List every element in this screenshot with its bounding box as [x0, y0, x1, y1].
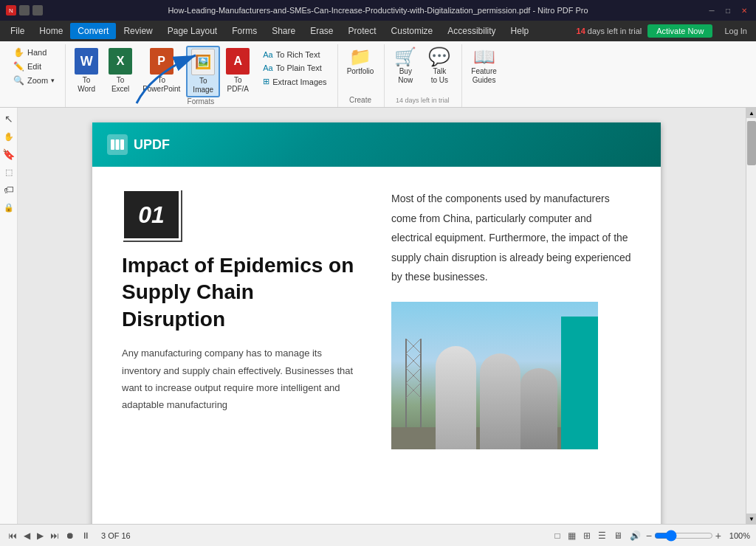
right-column-text: Most of the components used by manufactu…: [391, 189, 631, 287]
talk-to-us-button[interactable]: 💬 Talkto Us: [423, 46, 456, 87]
trial-group-label: 14 days left in trial: [396, 97, 450, 106]
left-toolbar: ↖ ✋ 🔖 ⬚ 🏷 🔒: [0, 108, 18, 546]
continuous-scroll-button[interactable]: ☰: [596, 530, 608, 542]
document-viewer[interactable]: UPDF 01 Impact of Epidemics on Supply Ch…: [18, 108, 735, 524]
portfolio-label: Portfolio: [347, 67, 374, 76]
to-image-label: ToImage: [193, 77, 213, 94]
menu-file[interactable]: File: [3, 23, 32, 39]
create-label: Create: [349, 96, 371, 106]
updf-logo-icon: [107, 134, 128, 155]
to-powerpoint-button[interactable]: P ToPowerPoint: [138, 46, 185, 96]
extract-icon: ⊞: [263, 77, 269, 86]
chat-icon: 💬: [428, 48, 450, 66]
two-page-button[interactable]: ⊞: [581, 530, 593, 542]
cart-icon: 🛒: [394, 48, 416, 66]
hand-icon: ✋: [13, 47, 24, 58]
main-content-area: UPDF 01 Impact of Epidemics on Supply Ch…: [18, 108, 746, 524]
powerpoint-icon: P: [150, 48, 173, 75]
menu-erase[interactable]: Erase: [303, 23, 340, 39]
document-header: UPDF: [92, 122, 661, 167]
svg-rect-3: [120, 139, 124, 150]
ribbon-purchase-group: 🛒 BuyNow 💬 Talkto Us 14 days left in tri…: [386, 44, 462, 107]
to-word-button[interactable]: W ToWord: [70, 46, 103, 96]
pause-button[interactable]: ⏸: [79, 530, 92, 542]
hand-tool-button[interactable]: ✋ Hand: [9, 46, 51, 59]
search-panel-button[interactable]: ⬚: [1, 164, 17, 180]
to-rich-text-label: To Rich Text: [276, 50, 320, 59]
svg-rect-2: [116, 139, 120, 150]
to-rich-text-button[interactable]: Aa To Rich Text: [258, 49, 331, 61]
scroll-thumb[interactable]: [747, 121, 756, 165]
trial-days: 14: [577, 27, 585, 35]
minimize-button[interactable]: ─: [706, 4, 718, 16]
cursor-tool-button[interactable]: ↖: [1, 111, 17, 127]
scroll-down-button[interactable]: ▼: [746, 514, 756, 524]
edit-tool-button[interactable]: ✏️ Edit: [9, 60, 46, 73]
to-excel-button[interactable]: X ToExcel: [104, 46, 137, 96]
to-plain-text-button[interactable]: Aa To Plain Text: [258, 62, 331, 74]
portfolio-button[interactable]: 📁 Portfolio: [343, 46, 379, 78]
tower-svg: [399, 339, 436, 427]
zoom-tool-button[interactable]: 🔍 Zoom ▾: [9, 74, 59, 87]
document-image: [391, 302, 598, 449]
fit-page-button[interactable]: □: [552, 530, 562, 542]
word-icon: W: [75, 48, 98, 75]
updf-logo-text: UPDF: [134, 137, 170, 153]
menu-protect[interactable]: Protect: [341, 23, 384, 39]
menu-home[interactable]: Home: [32, 23, 70, 39]
login-button[interactable]: Log In: [718, 24, 753, 38]
first-page-button[interactable]: ⏮: [6, 530, 19, 542]
menu-accessibility[interactable]: Accessibility: [440, 23, 503, 39]
to-image-button[interactable]: 🖼️ ToImage: [186, 46, 220, 97]
lock-panel-button[interactable]: 🔒: [1, 199, 17, 215]
section-number: 01: [122, 189, 181, 241]
close-button[interactable]: ✕: [738, 4, 750, 16]
prev-page-button[interactable]: ◀: [21, 530, 32, 542]
zoom-plus-button[interactable]: +: [715, 530, 721, 542]
edit-icon: ✏️: [13, 61, 24, 72]
trial-text: days left in trial: [588, 27, 642, 35]
menu-customize[interactable]: Customize: [384, 23, 441, 39]
fullscreen-button[interactable]: 🖥: [611, 530, 625, 542]
audio-button[interactable]: 🔊: [628, 530, 643, 542]
scroll-up-button[interactable]: ▲: [746, 108, 756, 118]
section-title: Impact of Epidemics on Supply Chain Disr…: [122, 252, 362, 333]
menu-review[interactable]: Review: [116, 23, 159, 39]
rich-text-icon: Aa: [263, 50, 272, 59]
zoom-slider[interactable]: [654, 530, 713, 542]
menu-share[interactable]: Share: [264, 23, 303, 39]
document-body: 01 Impact of Epidemics on Supply Chain D…: [92, 167, 661, 471]
bookmark-panel-button[interactable]: 🔖: [1, 146, 17, 162]
svg-rect-1: [111, 139, 114, 150]
window-controls: ─ □ ✕: [706, 4, 750, 16]
fit-width-button[interactable]: ▦: [566, 530, 578, 542]
maximize-button[interactable]: □: [722, 4, 734, 16]
updf-logo: UPDF: [107, 134, 170, 155]
to-plain-text-label: To Plain Text: [276, 63, 322, 72]
formats-label: Formats: [188, 97, 215, 107]
zoom-icon: 🔍: [13, 75, 24, 86]
hand-panel-button[interactable]: ✋: [1, 128, 17, 145]
menu-page-layout[interactable]: Page Layout: [160, 23, 224, 39]
trial-notice: 14 days left in trial: [577, 27, 642, 35]
app-icons: N: [6, 5, 43, 15]
menu-convert[interactable]: Convert: [70, 23, 116, 39]
portfolio-icon: 📁: [349, 48, 371, 66]
vertical-scrollbar[interactable]: ▲ ▼: [746, 108, 756, 524]
extract-images-button[interactable]: ⊞ Extract Images: [258, 75, 331, 88]
to-pdfa-button[interactable]: A ToPDF/A: [221, 46, 254, 96]
menu-forms[interactable]: Forms: [224, 23, 264, 39]
ribbon: ✋ Hand ✏️ Edit 🔍 Zoom ▾ W ToWord X: [0, 41, 756, 108]
record-button[interactable]: ⏺: [63, 530, 77, 542]
next-page-button[interactable]: ▶: [35, 530, 46, 542]
last-page-button[interactable]: ⏭: [48, 530, 61, 542]
title-bar: N How-Leading-Manufacturers-and-SMEs-Can…: [0, 0, 756, 21]
feature-guides-button[interactable]: 📖 FeatureGuides: [467, 46, 501, 87]
activate-now-button[interactable]: Activate Now: [647, 24, 712, 38]
to-powerpoint-label: ToPowerPoint: [142, 76, 180, 94]
buy-now-button[interactable]: 🛒 BuyNow: [389, 46, 422, 87]
menu-help[interactable]: Help: [504, 23, 537, 39]
tag-panel-button[interactable]: 🏷: [1, 182, 17, 198]
silo-2: [480, 353, 520, 449]
zoom-minus-button[interactable]: −: [646, 530, 652, 542]
